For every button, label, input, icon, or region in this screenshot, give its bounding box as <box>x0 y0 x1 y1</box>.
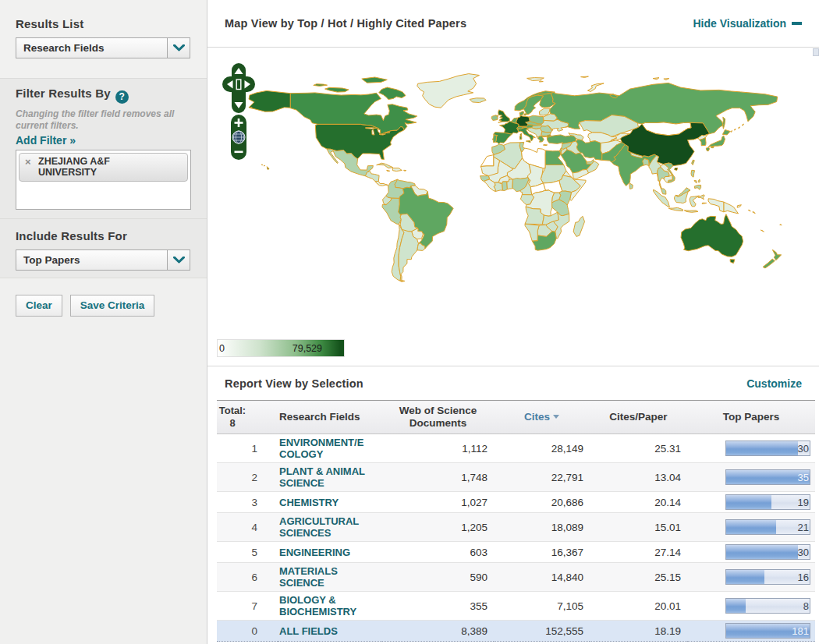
row-field: MATERIALS SCIENCE <box>278 563 382 592</box>
country-svalbard[interactable] <box>527 78 544 82</box>
row-docs: 590 <box>382 563 494 592</box>
field-link[interactable]: ALL FIELDS <box>279 625 367 637</box>
world-choropleth-map[interactable] <box>207 48 819 338</box>
filter-title: Filter Results By? <box>16 79 191 104</box>
column-header-cites[interactable]: Cites <box>494 401 590 434</box>
row-top-papers: 181 <box>687 621 815 642</box>
country-wpapua[interactable] <box>708 199 724 212</box>
country-severnaya[interactable] <box>653 78 669 80</box>
country-greenland[interactable] <box>417 74 480 108</box>
field-link[interactable]: ENGINEERING <box>279 547 367 558</box>
field-link[interactable]: PLANT & ANIMAL SCIENCE <box>279 465 367 489</box>
country-bangladesh[interactable] <box>643 158 649 165</box>
country-novaya-zemlya[interactable] <box>587 83 604 92</box>
country-iceland[interactable] <box>470 98 486 103</box>
country-guatemala-hn-ni[interactable] <box>365 172 379 182</box>
top-papers-value: 16 <box>798 571 809 583</box>
map-legend: 0 79,529 <box>217 339 345 357</box>
add-filter-link[interactable]: Add Filter » <box>16 134 76 147</box>
sort-desc-icon <box>553 415 559 419</box>
top-papers-bar: 181 <box>725 623 810 639</box>
country-franz-josef[interactable] <box>581 76 589 77</box>
customize-link[interactable]: Customize <box>746 377 802 390</box>
report-view-title: Report View by Selection <box>225 377 363 390</box>
country-kurils[interactable] <box>731 124 744 133</box>
field-link[interactable]: CHEMISTRY <box>279 497 367 508</box>
map-zoom-control[interactable] <box>230 115 247 160</box>
row-cites-per-paper: 18.19 <box>590 621 687 642</box>
field-link[interactable]: MATERIALS SCIENCE <box>279 565 367 589</box>
country-greece[interactable] <box>537 136 547 145</box>
row-cites: 7,105 <box>494 592 590 621</box>
column-header-research-fields[interactable]: Research Fields <box>278 401 382 434</box>
clear-button[interactable]: Clear <box>16 295 62 317</box>
country-philippines[interactable] <box>691 170 701 189</box>
country-indonesia[interactable] <box>654 189 707 212</box>
country-australia[interactable] <box>681 214 743 264</box>
scrollbar-chip[interactable] <box>813 48 819 56</box>
filter-box: × ZHEJIANG A&F UNIVERSITY <box>16 150 191 210</box>
country-uk[interactable] <box>495 110 509 122</box>
row-top-papers: 8 <box>687 592 815 621</box>
row-docs: 1,748 <box>382 463 494 492</box>
top-papers-value: 8 <box>803 600 809 612</box>
country-srilanka[interactable] <box>629 183 633 189</box>
field-link[interactable]: BIOLOGY & BIOCHEMISTRY <box>279 594 367 617</box>
country-solomon[interactable] <box>748 210 755 213</box>
country-madagascar[interactable] <box>573 216 584 236</box>
map-region: 0 79,529 <box>207 48 819 366</box>
remove-filter-icon[interactable]: × <box>25 157 31 167</box>
filter-note: Changing the filter field removes all cu… <box>16 108 179 132</box>
top-papers-bar: 21 <box>725 519 810 535</box>
minus-icon <box>792 22 802 25</box>
row-cites-per-paper: 20.01 <box>590 592 687 621</box>
map-view-title: Map View by Top / Hot / Highly Cited Pap… <box>225 17 466 30</box>
map-pan-control[interactable] <box>222 63 255 113</box>
report-row: 1ENVIRONMENT/ECOLOGY1,11228,14925.3130 <box>217 434 815 463</box>
results-list-dropdown[interactable]: Research Fields <box>16 37 190 58</box>
country-newzealand[interactable] <box>763 249 782 268</box>
row-cites: 20,686 <box>494 492 590 513</box>
save-criteria-button[interactable]: Save Criteria <box>70 295 155 317</box>
column-header-cites-per-paper[interactable]: Cites/Paper <box>590 401 687 434</box>
report-row: 6MATERIALS SCIENCE59014,84025.1516 <box>217 563 815 592</box>
country-namibia[interactable] <box>525 224 539 241</box>
sidebar: Results List Research Fields Filter Resu… <box>0 0 207 644</box>
column-header-top-papers[interactable]: Top Papers <box>687 401 815 434</box>
country-fiji-nc[interactable] <box>760 225 782 232</box>
country-costa-panama[interactable] <box>375 182 388 186</box>
country-png[interactable] <box>724 202 742 214</box>
row-cites-per-paper: 27.14 <box>590 542 687 563</box>
include-results-dropdown-button[interactable] <box>167 250 190 270</box>
country-hispaniola[interactable] <box>392 168 402 172</box>
country-wsahara[interactable] <box>480 155 494 167</box>
country-cuba[interactable] <box>377 163 393 168</box>
country-ghana[interactable] <box>502 182 508 191</box>
filter-tag[interactable]: × ZHEJIANG A&F UNIVERSITY <box>19 153 188 182</box>
hide-visualization-link[interactable]: Hide Visualization <box>693 17 802 30</box>
row-rank: 1 <box>217 434 278 463</box>
visualization-header: Map View by Top / Hot / Highly Cited Pap… <box>207 0 819 48</box>
legend-max-label: 79,529 <box>292 343 322 354</box>
column-header-wos-documents[interactable]: Web of Science Documents <box>382 401 494 434</box>
row-top-papers: 30 <box>687 434 815 463</box>
results-list-dropdown-button[interactable] <box>167 38 190 58</box>
include-results-dropdown[interactable]: Top Papers <box>16 249 190 271</box>
include-results-section: Include Results For Top Papers <box>0 219 207 278</box>
top-papers-value: 30 <box>798 547 809 558</box>
field-link[interactable]: ENVIRONMENT/ECOLOGY <box>279 437 367 460</box>
field-link[interactable]: AGRICULTURAL SCIENCES <box>279 515 367 539</box>
total-count: Total:8 <box>217 401 278 434</box>
country-hawaii[interactable] <box>261 165 269 170</box>
country-taiwan[interactable] <box>692 160 695 165</box>
row-field: ENVIRONMENT/ECOLOGY <box>278 434 382 463</box>
help-icon[interactable]: ? <box>115 90 129 104</box>
row-rank: 5 <box>217 542 278 563</box>
include-results-title: Include Results For <box>16 219 191 242</box>
row-field: CHEMISTRY <box>278 492 382 513</box>
report-header: Report View by Selection Customize <box>207 366 819 400</box>
country-ireland[interactable] <box>491 115 498 121</box>
results-list-section: Results List Research Fields <box>0 0 207 79</box>
row-field: ENGINEERING <box>278 542 382 563</box>
row-rank: 0 <box>217 621 278 642</box>
